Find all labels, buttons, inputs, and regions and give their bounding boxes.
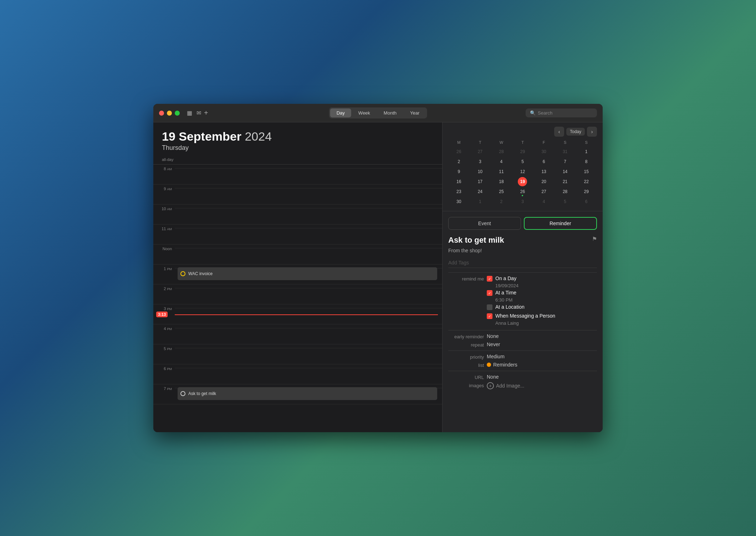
mini-cal-day[interactable]: 18 bbox=[497, 177, 506, 186]
mini-cal-day[interactable]: 26 bbox=[454, 147, 464, 156]
time-row-4pm: 4 PM bbox=[153, 324, 442, 344]
when-messaging-person: Anna Laing bbox=[495, 320, 597, 326]
mini-cal-day[interactable]: 10 bbox=[475, 167, 485, 176]
add-image-row: + Add Image... bbox=[487, 382, 524, 389]
mini-cal-day[interactable]: 22 bbox=[582, 177, 591, 186]
close-button[interactable] bbox=[159, 111, 164, 116]
mini-cal-day[interactable]: 27 bbox=[539, 187, 548, 196]
mini-cal-day[interactable]: 6 bbox=[539, 157, 548, 166]
mini-cal-day[interactable]: 9 bbox=[454, 167, 464, 176]
when-messaging-checkbox[interactable]: ✓ bbox=[487, 313, 492, 319]
mini-cal-day[interactable]: 16 bbox=[454, 177, 464, 186]
time-row-6pm: 6 PM bbox=[153, 364, 442, 384]
day-header-s2: S bbox=[576, 140, 597, 145]
time-row-1pm: 1 PM WAC invoice bbox=[153, 264, 442, 284]
mini-cal-day[interactable]: 1 bbox=[582, 147, 591, 156]
time-label-9am: 9 AM bbox=[153, 184, 175, 191]
mini-cal-day[interactable]: 11 bbox=[497, 167, 506, 176]
year-tab[interactable]: Year bbox=[404, 108, 426, 117]
mini-cal-day[interactable]: 30 bbox=[539, 147, 548, 156]
month-tab[interactable]: Month bbox=[377, 108, 403, 117]
add-event-button[interactable]: + bbox=[204, 109, 208, 117]
mini-cal-row-3: 9 10 11 12 13 14 15 bbox=[448, 167, 597, 177]
url-label: URL bbox=[448, 374, 484, 380]
mini-cal-day[interactable]: 5 bbox=[561, 197, 570, 206]
search-box[interactable]: 🔍 Search bbox=[526, 108, 597, 117]
mini-cal-day[interactable]: 12 bbox=[518, 167, 527, 176]
time-line bbox=[175, 248, 442, 248]
priority-value[interactable]: Medium bbox=[487, 354, 505, 359]
mini-cal-day[interactable]: 20 bbox=[539, 177, 548, 186]
mini-calendar: ‹ Today › M T W T F S S bbox=[443, 122, 603, 211]
mini-cal-day[interactable]: 3 bbox=[475, 157, 485, 166]
mini-cal-day[interactable]: 17 bbox=[475, 177, 485, 186]
mini-cal-day[interactable]: 14 bbox=[561, 167, 570, 176]
when-messaging-text: When Messaging a Person bbox=[495, 313, 555, 319]
mini-cal-day[interactable]: 28 bbox=[561, 187, 570, 196]
on-a-day-checkbox[interactable]: ✓ bbox=[487, 276, 492, 282]
mini-cal-day[interactable]: 5 bbox=[518, 157, 527, 166]
time-row-2pm: 2 PM bbox=[153, 284, 442, 304]
priority-label: priority bbox=[448, 354, 484, 360]
mini-cal-day[interactable]: 4 bbox=[539, 197, 548, 206]
mini-cal-day[interactable]: 29 bbox=[518, 147, 527, 156]
flag-icon[interactable]: ⚑ bbox=[592, 236, 597, 242]
week-tab[interactable]: Week bbox=[352, 108, 377, 117]
mini-cal-grid: M T W T F S S 26 27 28 29 30 bbox=[448, 140, 597, 207]
maximize-button[interactable] bbox=[175, 111, 180, 116]
when-messaging-item: ✓ When Messaging a Person bbox=[487, 313, 597, 319]
day-name: Thursday bbox=[162, 144, 434, 152]
mini-cal-day[interactable]: 7 bbox=[561, 157, 570, 166]
mini-cal-day-26[interactable]: 26 bbox=[518, 187, 527, 196]
list-value[interactable]: Reminders bbox=[493, 362, 517, 368]
mini-cal-day[interactable]: 27 bbox=[475, 147, 485, 156]
mini-cal-day[interactable]: 6 bbox=[582, 197, 591, 206]
time-line bbox=[175, 168, 442, 168]
time-label-noon: Noon bbox=[153, 244, 175, 251]
reminder-tab[interactable]: Reminder bbox=[524, 217, 597, 230]
remind-me-label: remind me bbox=[448, 275, 484, 282]
mini-cal-day[interactable]: 3 bbox=[518, 197, 527, 206]
add-image-icon[interactable]: + bbox=[487, 382, 494, 389]
at-a-time-checkbox[interactable]: ✓ bbox=[487, 290, 492, 296]
mini-cal-day[interactable]: 13 bbox=[539, 167, 548, 176]
mini-cal-day[interactable]: 21 bbox=[561, 177, 570, 186]
mini-cal-day[interactable]: 24 bbox=[475, 187, 485, 196]
mini-cal-today[interactable]: 19 bbox=[518, 177, 527, 186]
mini-cal-day[interactable]: 29 bbox=[582, 187, 591, 196]
mini-cal-day[interactable]: 1 bbox=[475, 197, 485, 206]
view-segment-control: Day Week Month Year bbox=[329, 107, 427, 118]
at-a-location-checkbox[interactable] bbox=[487, 304, 492, 310]
day-tab[interactable]: Day bbox=[330, 108, 351, 117]
mini-cal-day[interactable]: 28 bbox=[497, 147, 506, 156]
ask-milk-event[interactable]: Ask to get milk bbox=[178, 387, 437, 400]
mini-cal-day[interactable]: 8 bbox=[582, 157, 591, 166]
event-tab[interactable]: Event bbox=[448, 217, 521, 230]
date-year: 2024 bbox=[245, 130, 272, 143]
mini-next-button[interactable]: › bbox=[587, 127, 597, 137]
mini-cal-day[interactable]: 2 bbox=[497, 197, 506, 206]
early-reminder-value[interactable]: None bbox=[487, 333, 499, 339]
add-image-label[interactable]: Add Image... bbox=[496, 383, 524, 389]
at-a-location-text: At a Location bbox=[495, 304, 525, 310]
time-grid[interactable]: 8 AM 9 AM 10 AM 11 AM bbox=[153, 165, 442, 432]
images-row: images + Add Image... bbox=[448, 382, 597, 389]
mini-cal-day[interactable]: 25 bbox=[497, 187, 506, 196]
today-button[interactable]: Today bbox=[566, 128, 585, 136]
event-circle-yellow bbox=[180, 271, 185, 276]
at-a-time-item: ✓ At a Time bbox=[487, 290, 597, 296]
mini-cal-day[interactable]: 4 bbox=[497, 157, 506, 166]
mini-cal-day[interactable]: 15 bbox=[582, 167, 591, 176]
mini-prev-button[interactable]: ‹ bbox=[554, 127, 564, 137]
mini-cal-day[interactable]: 23 bbox=[454, 187, 464, 196]
titlebar-icons: ▦ ✉ bbox=[187, 110, 201, 116]
mini-cal-day[interactable]: 31 bbox=[561, 147, 570, 156]
time-row-8am: 8 AM bbox=[153, 165, 442, 184]
wac-invoice-event[interactable]: WAC invoice bbox=[178, 267, 437, 280]
mini-cal-day[interactable]: 30 bbox=[454, 197, 464, 206]
reminder-tags-input[interactable]: Add Tags bbox=[448, 258, 597, 268]
time-row-5pm: 5 PM bbox=[153, 344, 442, 364]
minimize-button[interactable] bbox=[167, 111, 172, 116]
repeat-value[interactable]: Never bbox=[487, 342, 500, 347]
mini-cal-day[interactable]: 2 bbox=[454, 157, 464, 166]
